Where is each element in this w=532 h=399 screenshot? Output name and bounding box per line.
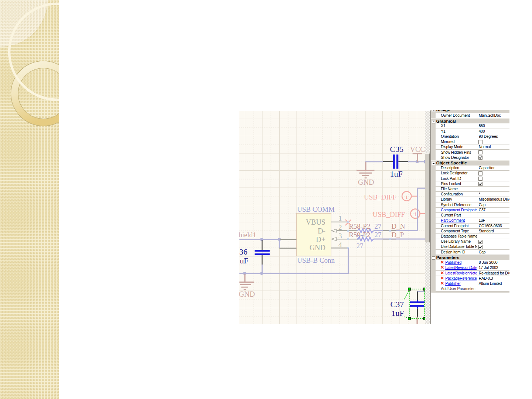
svg-text:1uF: 1uF: [239, 256, 248, 265]
svg-text:GND: GND: [239, 290, 255, 298]
svg-text:USB COMM: USB COMM: [297, 205, 335, 213]
svg-text:1uF: 1uF: [392, 308, 404, 318]
svg-text:4: 4: [338, 241, 342, 249]
svg-text:C37: C37: [391, 300, 404, 309]
svg-text:VBUS: VBUS: [306, 218, 325, 226]
svg-text:D_N: D_N: [392, 222, 405, 230]
svg-text:C36: C36: [239, 247, 248, 256]
svg-text:VCC: VCC: [410, 145, 425, 153]
svg-text:1: 1: [338, 214, 342, 222]
svg-text:27: 27: [374, 222, 381, 230]
svg-text:3: 3: [338, 232, 342, 240]
svg-text:2: 2: [338, 224, 342, 231]
svg-text:Shield1: Shield1: [239, 231, 256, 239]
svg-text:i: i: [415, 211, 416, 218]
svg-text:D_P: D_P: [392, 231, 404, 239]
svg-text:27: 27: [357, 234, 364, 242]
svg-text:USB_DIFF: USB_DIFF: [364, 193, 396, 201]
svg-text:D+: D+: [316, 235, 325, 243]
svg-text:D-: D-: [318, 227, 325, 235]
svg-text:USB-B Conn: USB-B Conn: [297, 256, 335, 264]
svg-text:27: 27: [374, 231, 381, 239]
svg-text:C35: C35: [390, 144, 404, 154]
svg-text:27: 27: [356, 242, 363, 250]
svg-text:i: i: [406, 193, 407, 200]
svg-text:GND: GND: [358, 178, 374, 186]
svg-text:R58-P2: R58-P2: [349, 222, 370, 230]
svg-text:GND: GND: [310, 243, 325, 252]
svg-text:1uF: 1uF: [390, 169, 403, 178]
svg-text:USB_DIFF: USB_DIFF: [373, 211, 405, 218]
